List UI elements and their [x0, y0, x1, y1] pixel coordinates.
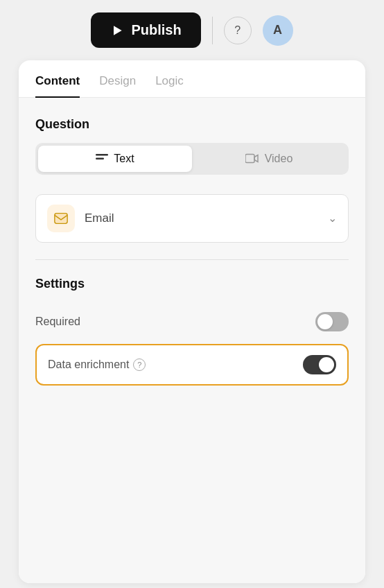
publish-label: Publish: [131, 22, 181, 38]
svg-marker-0: [114, 26, 122, 35]
tab-content[interactable]: Content: [35, 74, 80, 98]
question-section: Question Text Video: [35, 117, 349, 175]
dropdown-label: Email: [85, 211, 318, 225]
required-toggle[interactable]: [315, 312, 349, 331]
help-icon: ?: [234, 24, 241, 37]
email-icon: [53, 211, 69, 226]
tabs: Content Design Logic: [19, 60, 365, 98]
toggle-video[interactable]: Video: [192, 146, 346, 172]
question-title: Question: [35, 117, 349, 132]
svg-rect-4: [55, 213, 67, 223]
toggle-text[interactable]: Text: [38, 146, 192, 172]
svg-rect-1: [96, 154, 108, 156]
vertical-divider: [212, 17, 213, 44]
required-row: Required: [35, 302, 349, 341]
help-button[interactable]: ?: [224, 17, 252, 44]
panel: Content Design Logic Question Text: [19, 60, 365, 583]
data-enrichment-row: Data enrichment ?: [35, 344, 349, 386]
video-icon: [245, 153, 259, 164]
data-enrichment-help-icon[interactable]: ?: [133, 358, 146, 371]
settings-section: Settings Required Data enrichment ?: [35, 277, 349, 386]
panel-body: Question Text Video: [19, 98, 365, 583]
required-toggle-knob: [317, 314, 333, 329]
text-icon: [96, 154, 108, 164]
svg-rect-3: [245, 155, 254, 163]
avatar-button[interactable]: A: [263, 15, 293, 46]
chevron-down-icon: ⌄: [328, 211, 337, 225]
data-enrichment-toggle-knob: [319, 357, 334, 372]
top-bar: Publish ? A: [0, 0, 384, 60]
data-enrichment-toggle[interactable]: [303, 355, 336, 374]
play-icon: [110, 24, 124, 37]
data-enrichment-label: Data enrichment ?: [48, 358, 146, 371]
avatar-label: A: [273, 23, 282, 37]
svg-rect-2: [96, 157, 104, 159]
settings-title: Settings: [35, 277, 349, 291]
tab-logic[interactable]: Logic: [155, 74, 184, 98]
publish-button[interactable]: Publish: [91, 12, 200, 48]
type-dropdown[interactable]: Email ⌄: [35, 194, 349, 243]
section-divider: [35, 259, 349, 261]
email-icon-wrap: [47, 205, 75, 232]
question-toggle-group: Text Video: [35, 143, 349, 175]
tab-design[interactable]: Design: [99, 74, 136, 98]
required-label: Required: [35, 315, 80, 328]
